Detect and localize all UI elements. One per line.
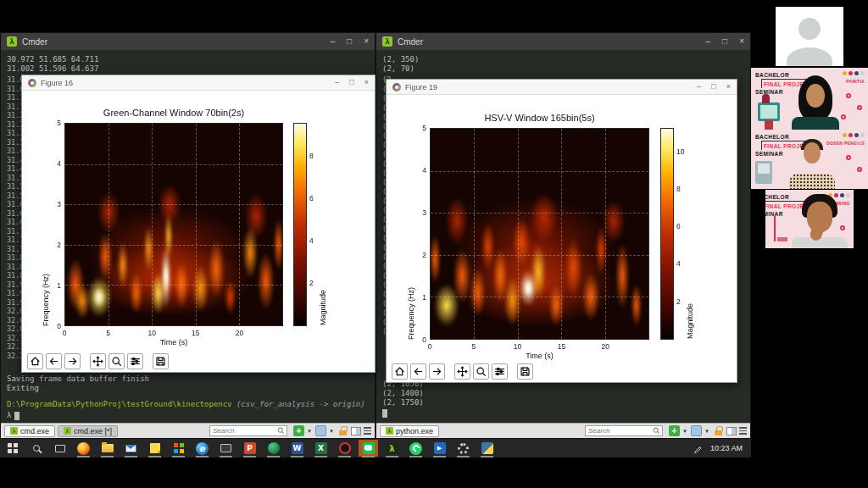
figure-window-title: Figure 16 [41,79,73,87]
recorder-icon[interactable] [335,440,354,457]
y-tick-label: 0 [422,336,426,344]
toolbar-pan-button[interactable] [90,353,106,369]
excel-icon[interactable]: X [311,440,331,457]
participant-tile-pembimbing[interactable]: BACHELOR FINAL PROJECT SEMINAR PEMBIMBIN… [765,190,854,248]
menu-icon[interactable] [739,427,747,435]
toolbar-forward-button[interactable] [429,363,445,380]
cmder-tab-icon: λ [64,427,71,435]
new-console-button[interactable]: + [293,425,304,436]
terminal-status-lines: Saving frame data buffer finish Exiting [7,374,149,393]
close-button[interactable]: × [726,83,731,91]
new-console-button[interactable]: + [669,425,680,436]
plot-area[interactable] [64,123,283,326]
whatsapp-icon[interactable] [406,440,426,457]
search-input[interactable] [586,427,653,435]
search-icon [277,427,285,435]
plot-area[interactable] [430,128,649,340]
toolbar-back-button[interactable] [410,363,426,380]
toolbar-back-button[interactable] [46,353,62,369]
toolbar-zoom-button[interactable] [473,363,489,380]
toolbar-save-button[interactable] [153,353,169,369]
participant-tile-placeholder[interactable] [776,7,843,66]
shared-screen: λ Cmder – □ × 30.972 51.685 64.711 31.00… [0,32,751,458]
decor-dot-icon [857,105,862,110]
tab-cmd-exe-2[interactable]: λ cmd.exe [*] [58,425,118,437]
pen-icon[interactable] [693,444,703,453]
participant-video [806,84,825,108]
pane-dropdown-icon[interactable]: ▼ [704,429,710,434]
toolbar-pan-button[interactable] [454,363,470,380]
toolbar-home-button[interactable] [392,363,408,380]
toolbar-configure-button[interactable] [127,353,143,369]
maximize-button[interactable]: □ [347,37,352,46]
participant-tile-panitia[interactable]: BACHELOR FINAL PROJECT SEMINAR PANITIA [751,68,868,130]
search-input[interactable] [210,427,277,435]
toolbar-configure-button[interactable] [492,363,508,380]
minimize-button[interactable]: – [335,79,339,86]
movies-icon[interactable]: ▶ [430,440,449,457]
split-view-icon[interactable] [726,427,737,435]
toolbar-home-button[interactable] [27,353,43,369]
x-tick-label: 0 [63,329,67,337]
x-tick-label: 5 [471,342,476,351]
toolbar-forward-button[interactable] [64,353,81,369]
lock-icon[interactable] [713,425,724,436]
figure-titlebar[interactable]: Figure 16 – □ × [22,75,375,91]
cmder-icon[interactable]: λ [382,440,402,457]
minimize-button[interactable]: – [706,37,711,46]
heatmap-blob [628,276,644,335]
toolbar-zoom-button[interactable] [108,353,125,369]
sphere-icon[interactable] [264,440,283,457]
minimize-button[interactable]: – [331,37,336,46]
maximize-button[interactable]: □ [722,37,727,46]
pane-dropdown-icon[interactable]: ▼ [329,429,335,434]
menu-icon[interactable] [364,427,371,435]
terminal-top-lines: (2, 350) (2, 70) [382,55,419,74]
y-tick-label: 5 [422,124,426,132]
decor-line-art [774,216,787,241]
pane-button[interactable] [691,425,702,436]
python-app-icon[interactable] [477,440,497,457]
word-icon[interactable]: W [287,440,307,457]
tab-cmd-exe[interactable]: λ cmd.exe [4,425,55,437]
colorbar-label: Magnitude [319,124,327,325]
minimize-button[interactable]: – [697,83,701,91]
settings-icon[interactable] [453,440,473,457]
podium-illustration [765,120,773,130]
participant-tile-dosen-penguji[interactable]: BACHELOR FINAL PROJECT SEMINAR DOSEN PEN… [751,130,868,189]
cmder-titlebar[interactable]: λ Cmder – □ × [1,33,375,50]
lock-icon[interactable] [337,425,348,436]
figure-titlebar[interactable]: Figure 19 – □ × [387,80,737,95]
colorbar: Magnitude 2468 [293,123,307,326]
mail-icon[interactable] [121,440,141,457]
start-icon[interactable] [3,440,22,457]
sticky-notes-icon[interactable] [145,440,164,457]
tab-python-exe[interactable]: λ python.exe [380,425,439,437]
firefox-icon[interactable] [74,440,93,457]
edge-icon[interactable]: e [192,440,212,457]
close-button[interactable]: × [739,37,744,46]
store-icon[interactable] [169,440,188,457]
clock[interactable]: 10:23 AM [710,444,743,452]
search-icon[interactable] [26,440,46,457]
new-console-dropdown-icon[interactable]: ▼ [307,429,313,434]
new-console-dropdown-icon[interactable]: ▼ [682,429,688,434]
x-tick-label: 5 [106,329,110,337]
line-icon[interactable] [359,440,378,457]
split-view-icon[interactable] [351,427,361,435]
maximize-button[interactable]: □ [349,79,353,86]
figure-window-16: Figure 16 – □ × Green-Channel Window 70b… [21,75,376,373]
close-button[interactable]: × [364,79,369,86]
cmder-titlebar[interactable]: λ Cmder – □ × [376,33,750,50]
heatmap-blob [127,265,147,322]
maximize-button[interactable]: □ [711,83,715,91]
connect-icon[interactable] [216,440,236,457]
toolbar-save-button[interactable] [517,363,533,380]
colorbar-tick-label: 8 [309,152,314,160]
powerpoint-icon[interactable]: P [240,440,259,457]
close-button[interactable]: × [364,37,369,46]
explorer-icon[interactable] [97,440,117,457]
pane-button[interactable] [315,425,326,436]
task-view-icon[interactable] [50,440,70,457]
colorbar-tick-label: 6 [309,194,314,202]
